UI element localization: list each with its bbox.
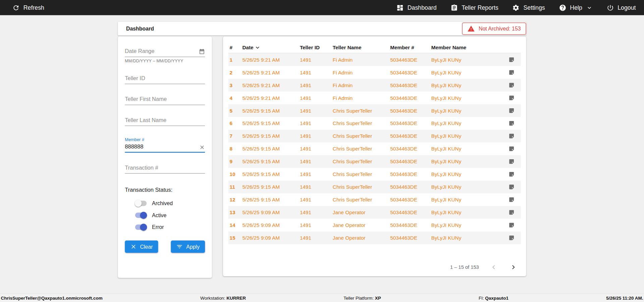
pagination-label: 1 – 15 of 153 xyxy=(450,264,479,270)
row-teller-name: Chris SuperTeller xyxy=(331,133,389,139)
note-icon[interactable] xyxy=(501,57,521,63)
row-teller-id: 1491 xyxy=(299,209,331,215)
note-icon[interactable] xyxy=(501,209,521,215)
row-member-number: 5034463DE xyxy=(389,120,430,126)
next-page-button[interactable] xyxy=(508,262,518,272)
row-teller-id: 1491 xyxy=(299,235,331,241)
table-row[interactable]: 10 5/26/25 9:15 AM 1491 Chris SuperTelle… xyxy=(228,168,521,181)
table-row[interactable]: 3 5/26/25 9:21 AM 1491 Fi Admin 5034463D… xyxy=(228,79,521,92)
note-icon[interactable] xyxy=(501,159,521,165)
filter-panel: MM/DD/YYYY – MM/DD/YYYY xyxy=(118,37,212,278)
nav-help[interactable]: Help xyxy=(559,4,592,11)
note-icon[interactable] xyxy=(501,95,521,101)
table-row[interactable]: 9 5/26/25 9:15 AM 1491 Chris SuperTeller… xyxy=(228,155,521,168)
status-toggle[interactable]: Active xyxy=(135,212,205,219)
refresh-button[interactable]: Refresh xyxy=(12,4,44,11)
nav-logout[interactable]: Logout xyxy=(606,4,636,11)
row-date: 5/26/25 9:15 AM xyxy=(241,171,299,177)
table-row[interactable]: 11 5/26/25 9:15 AM 1491 Chris SuperTelle… xyxy=(228,181,521,193)
row-teller-name: Chris SuperTeller xyxy=(331,146,389,152)
note-icon[interactable] xyxy=(501,222,521,228)
table-row[interactable]: 1 5/26/25 9:21 AM 1491 Fi Admin 5034463D… xyxy=(228,53,521,66)
toggle-switch[interactable] xyxy=(135,199,147,207)
date-range-input[interactable] xyxy=(125,47,205,57)
clear-member-icon[interactable] xyxy=(199,144,205,150)
toggle-switch[interactable] xyxy=(135,212,147,219)
toggle-switch[interactable] xyxy=(135,223,147,231)
table-row[interactable]: 7 5/26/25 9:15 AM 1491 Chris SuperTeller… xyxy=(228,130,521,142)
note-icon[interactable] xyxy=(501,171,521,177)
teller-id-field xyxy=(125,74,205,84)
table-row[interactable]: 4 5/26/25 9:21 AM 1491 Fi Admin 5034463D… xyxy=(228,92,521,104)
teller-last-name-input[interactable] xyxy=(125,116,205,126)
row-number: 10 xyxy=(228,171,241,177)
note-icon[interactable] xyxy=(501,69,521,75)
nav-teller-reports[interactable]: Teller Reports xyxy=(450,4,498,11)
nav-settings[interactable]: Settings xyxy=(512,4,545,11)
row-member-number: 5034463DE xyxy=(389,209,430,215)
row-number: 11 xyxy=(228,184,241,190)
nav-settings-label: Settings xyxy=(523,4,545,11)
table-row[interactable]: 14 5/26/25 9:09 AM 1491 Jane Operator 50… xyxy=(228,219,521,232)
clear-button[interactable]: Clear xyxy=(125,241,158,253)
col-number: # xyxy=(228,45,241,50)
nav-logout-label: Logout xyxy=(618,4,636,11)
note-icon[interactable] xyxy=(501,184,521,190)
refresh-label: Refresh xyxy=(23,4,44,11)
row-member-name: ByLyJI KUNy xyxy=(430,70,501,75)
row-teller-id: 1491 xyxy=(299,146,331,152)
note-icon[interactable] xyxy=(501,197,521,203)
row-member-number: 5034463DE xyxy=(389,133,430,139)
table-row[interactable]: 13 5/26/25 9:09 AM 1491 Jane Operator 50… xyxy=(228,206,521,219)
row-teller-id: 1491 xyxy=(299,82,331,88)
prev-page-button[interactable] xyxy=(489,262,498,272)
apply-button-label: Apply xyxy=(186,244,200,250)
teller-first-name-input[interactable] xyxy=(125,95,205,105)
table-row[interactable]: 8 5/26/25 9:15 AM 1491 Chris SuperTeller… xyxy=(228,142,521,155)
row-teller-name: Chris SuperTeller xyxy=(331,184,389,190)
status-toggle[interactable]: Error xyxy=(135,223,205,231)
table-row[interactable]: 2 5/26/25 9:21 AM 1491 Fi Admin 5034463D… xyxy=(228,66,521,79)
row-member-number: 5034463DE xyxy=(389,95,430,101)
teller-id-input[interactable] xyxy=(125,74,205,84)
pagination: 1 – 15 of 153 xyxy=(228,262,521,272)
apply-button[interactable]: Apply xyxy=(171,241,205,253)
row-teller-name: Fi Admin xyxy=(331,57,389,63)
row-date: 5/26/25 9:21 AM xyxy=(241,70,299,75)
row-number: 8 xyxy=(228,146,241,152)
status-toggle[interactable]: Archived xyxy=(135,199,205,207)
filter-icon xyxy=(176,243,183,250)
row-number: 6 xyxy=(228,120,241,126)
table-row[interactable]: 12 5/26/25 9:15 AM 1491 Chris SuperTelle… xyxy=(228,193,521,206)
table-row[interactable]: 5 5/26/25 9:15 AM 1491 Chris SuperTeller… xyxy=(228,104,521,117)
row-member-number: 5034463DE xyxy=(389,235,430,241)
note-icon[interactable] xyxy=(501,120,521,126)
note-icon[interactable] xyxy=(501,108,521,114)
note-icon[interactable] xyxy=(501,82,521,88)
app-window: Refresh Dashboard Teller Reports Setting… xyxy=(0,0,644,302)
row-member-name: ByLyJI KUNy xyxy=(430,95,501,101)
row-number: 5 xyxy=(228,108,241,113)
row-date: 5/26/25 9:09 AM xyxy=(241,209,299,215)
teller-last-name-field xyxy=(125,116,205,126)
note-icon[interactable] xyxy=(501,146,521,152)
row-teller-name: Jane Operator xyxy=(331,209,389,215)
table-row[interactable]: 6 5/26/25 9:15 AM 1491 Chris SuperTeller… xyxy=(228,117,521,130)
row-member-name: ByLyJI KUNy xyxy=(430,209,501,215)
calendar-icon[interactable] xyxy=(199,48,205,54)
row-teller-id: 1491 xyxy=(299,171,331,177)
row-teller-name: Chris SuperTeller xyxy=(331,159,389,164)
transaction-number-input[interactable] xyxy=(125,164,205,174)
note-icon[interactable] xyxy=(501,235,521,241)
footer-user: ChrisSuperTeller@Qaxpauto1.onmicrosoft.c… xyxy=(1,296,102,301)
row-member-number: 5034463DE xyxy=(389,108,430,113)
table-row[interactable]: 15 5/26/25 9:09 AM 1491 Jane Operator 50… xyxy=(228,232,521,244)
row-member-name: ByLyJI KUNy xyxy=(430,171,501,177)
col-date[interactable]: Date xyxy=(241,44,299,51)
member-number-input[interactable] xyxy=(125,143,205,153)
row-member-name: ByLyJI KUNy xyxy=(430,235,501,241)
member-number-label: Member # xyxy=(125,137,205,142)
not-archived-badge[interactable]: Not Archived: 153 xyxy=(462,22,526,35)
nav-dashboard[interactable]: Dashboard xyxy=(396,4,437,11)
note-icon[interactable] xyxy=(501,133,521,139)
